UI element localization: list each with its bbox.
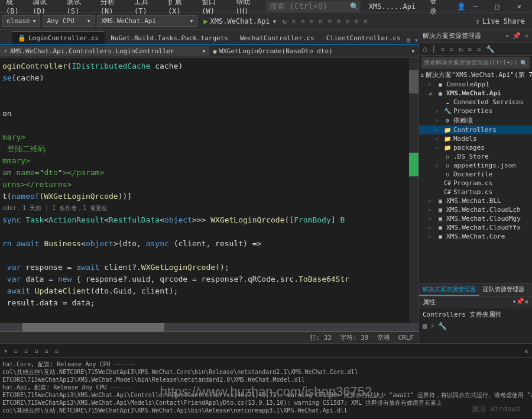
cat-icon[interactable]: ▦: [423, 322, 427, 330]
share-icon: ⇪: [476, 17, 480, 25]
tb-icon[interactable]: ▫: [319, 17, 323, 25]
tree-node[interactable]: ▷📁packages: [419, 143, 532, 152]
refresh-icon[interactable]: ↻: [459, 45, 463, 53]
tb-icon[interactable]: ▫: [364, 17, 368, 25]
user-link[interactable]: 登录: [426, 0, 446, 17]
tree-node[interactable]: ▷🔧Properties: [419, 107, 532, 115]
pin-icon[interactable]: 📌: [516, 298, 524, 305]
tree-node[interactable]: C#Startup.cs: [419, 188, 532, 196]
breadcrumb-method[interactable]: ◉WXGetLoginQrcode(BaseDto dto)▾: [209, 46, 419, 56]
dropdown-icon[interactable]: ▾: [414, 36, 419, 44]
tb-icon[interactable]: ▫: [327, 17, 332, 25]
tree-node[interactable]: ▫Dockerfile: [419, 170, 532, 179]
tb-icon[interactable]: ▫: [468, 45, 472, 53]
tab-wechat[interactable]: WechatController.cs: [234, 32, 320, 44]
solution-node[interactable]: ⚓解决方案"XMS.WeChat.Api"(第 7: [419, 70, 532, 80]
tb-icon[interactable]: ▫: [54, 347, 59, 355]
explorer-search[interactable]: 搜索解决方案资源管理器(Ctrl+;)🔍: [421, 57, 530, 69]
tb-icon[interactable]: ▫: [34, 347, 38, 355]
minimize-icon[interactable]: —: [469, 2, 481, 11]
tb-icon[interactable]: ▫: [310, 17, 314, 25]
crlf-indicator[interactable]: CRLF: [398, 334, 414, 341]
explorer-bottom-tabs: 解决方案资源管理器 团队资源管理器: [419, 283, 532, 296]
editor-tabs: 🔒LoginController.cs NuGet.Build.Tasks.Pa…: [0, 30, 419, 45]
live-share-button[interactable]: ⇪Live Share: [476, 17, 530, 25]
breadcrumb-class[interactable]: ⚡XMS.WeChat.Api.Controllers.LoginControl…: [0, 46, 209, 56]
menu-item[interactable]: 帮助(H): [232, 0, 266, 15]
refresh-icon[interactable]: ↻: [283, 17, 287, 25]
tb-icon[interactable]: ▫: [14, 347, 18, 355]
solution-explorer: 解决方案资源管理器 ▾📌✕ ⌂| ▫▫ ↻ ▫▫ 🔧 搜索解决方案资源管理器(C…: [419, 30, 532, 343]
output-text[interactable]: https://www.huzhan.com/ishop36752 hat.Co…: [0, 358, 532, 419]
project-dropdown[interactable]: XMS.WeChat.Api▾: [97, 15, 197, 27]
tree-node[interactable]: ◢▣XMS.WeChat.Api: [419, 89, 532, 98]
tb-icon[interactable]: ▫: [44, 347, 48, 355]
menu-item[interactable]: 测试(S): [63, 0, 97, 15]
tree-node[interactable]: ▷▣ConsoleApp1: [419, 80, 532, 89]
tab-client[interactable]: ClientController.cs: [320, 32, 407, 44]
search-input[interactable]: [270, 2, 346, 11]
tb-icon[interactable]: ▫: [336, 17, 340, 25]
close-icon[interactable]: ✕: [524, 347, 528, 355]
output-panel: ▾ ▫ ▫ ▫ ▫ ▫ ✕ https://www.huzhan.com/ish…: [0, 343, 532, 419]
tb-icon[interactable]: ▫: [291, 17, 296, 25]
global-search[interactable]: 🔍: [266, 1, 361, 12]
tree-node[interactable]: ▷📁Controllers: [419, 125, 532, 134]
run-button[interactable]: ▶XMS.WeChat.Api▾: [200, 16, 280, 27]
menu-item[interactable]: 分析(N): [97, 0, 131, 15]
col-indicator[interactable]: 字符: 39: [340, 333, 369, 342]
tb-icon[interactable]: ▫: [300, 17, 304, 25]
tb-icon[interactable]: ▫: [355, 17, 359, 25]
home-icon[interactable]: ⌂: [423, 45, 427, 53]
code-editor[interactable]: oginController(IDistributedCache cache) …: [0, 58, 419, 323]
config-dropdown[interactable]: elease▾: [2, 15, 40, 27]
tb-icon[interactable]: ▫: [450, 45, 454, 53]
close-icon[interactable]: ✕: [524, 32, 528, 40]
tab-nuget[interactable]: NuGet.Build.Tasks.Pack.targets: [105, 32, 234, 44]
solution-tree: ⚓解决方案"XMS.WeChat.Api"(第 7 ▷▣ConsoleApp1◢…: [419, 70, 532, 283]
tree-node[interactable]: ▷▣XMS.Wechat.BLL: [419, 196, 532, 205]
menu-item[interactable]: 成(B): [2, 0, 29, 15]
tree-node[interactable]: ▷📁Models: [419, 134, 532, 143]
close-icon[interactable]: ✕: [524, 298, 528, 305]
tb-icon[interactable]: ▾: [4, 347, 8, 355]
horizontal-scrollbar[interactable]: [0, 323, 419, 331]
pin-icon[interactable]: 📌: [512, 32, 521, 40]
tree-node[interactable]: ▫.DS_Store: [419, 152, 532, 161]
tree-node[interactable]: ☁Connected Services: [419, 98, 532, 107]
minimap[interactable]: [409, 58, 419, 323]
window-title: XMS.....Api: [365, 2, 419, 11]
wrench-icon[interactable]: 🔧: [438, 322, 447, 330]
line-indicator[interactable]: 行: 33: [310, 333, 332, 342]
tree-node[interactable]: C#Program.cs: [419, 179, 532, 188]
menu-item[interactable]: 扩展(X): [164, 0, 198, 15]
tree-node[interactable]: ▷▣XMS.Wechat.CloudMgy: [419, 214, 532, 223]
space-indicator[interactable]: 空格: [377, 333, 390, 342]
tb-icon[interactable]: ▫: [346, 17, 350, 25]
tree-node[interactable]: ▷▣XMS.Wechat.CloudLch: [419, 205, 532, 214]
menu-item[interactable]: 工具(T): [131, 0, 164, 15]
tree-node[interactable]: ▷⚙依赖项: [419, 115, 532, 125]
watermark: https://www.huzhan.com/ishop36752: [160, 387, 372, 395]
tb-icon[interactable]: ▫: [476, 45, 481, 53]
tb-icon[interactable]: ▫: [24, 347, 28, 355]
close-icon[interactable]: ✕: [514, 2, 525, 11]
menu-item[interactable]: 调试(D): [29, 0, 63, 15]
tree-node[interactable]: ▷▣XMS.Wechat.CloudYfx: [419, 223, 532, 232]
tb-icon[interactable]: ▫: [440, 45, 445, 53]
menu-item[interactable]: 窗口(W): [198, 0, 232, 15]
sort-icon[interactable]: ⚡: [430, 322, 434, 330]
cpu-dropdown[interactable]: Any CPU▾: [43, 15, 95, 27]
dropdown-icon[interactable]: ▾: [505, 32, 510, 40]
tree-node[interactable]: ▷▫appsettings.json: [419, 161, 532, 170]
gear-icon[interactable]: ⚙: [407, 36, 411, 44]
wrench-icon[interactable]: 🔧: [486, 45, 495, 53]
properties-panel: 属性▾📌✕ Controllers 文件夹属性 ▦⚡🔧: [419, 296, 532, 343]
output-toolbar: ▾ ▫ ▫ ▫ ▫ ▫ ✕: [0, 344, 532, 358]
tab-login[interactable]: 🔒LoginController.cs: [12, 31, 105, 44]
tree-node[interactable]: ▷▣XMS.WeChat.Core: [419, 232, 532, 241]
maximize-icon[interactable]: □: [492, 2, 503, 11]
tab-team[interactable]: 团队资源管理器: [479, 283, 528, 296]
user-icon[interactable]: 👤: [453, 2, 469, 11]
tab-solution[interactable]: 解决方案资源管理器: [419, 283, 479, 296]
